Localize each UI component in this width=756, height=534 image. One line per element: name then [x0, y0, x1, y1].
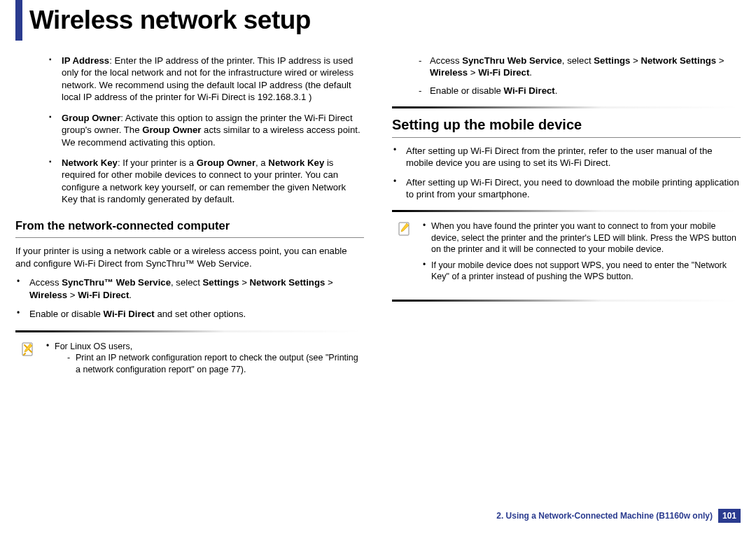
- text: >: [67, 290, 78, 300]
- title-bar: Wireless network setup: [15, 0, 741, 41]
- list-item: After setting up Wi-Fi Direct, you need …: [392, 176, 741, 201]
- list-item: Network Key: If your printer is a Group …: [43, 157, 364, 206]
- inline-bold: SyncThru™ Web Service: [62, 277, 171, 288]
- term-label: Group Owner: [62, 113, 120, 123]
- divider: [392, 137, 741, 138]
- note-content: When you have found the printer you want…: [419, 220, 738, 287]
- list-item: After setting up Wi-Fi Direct from the p…: [392, 145, 741, 169]
- text: For Linux OS users,: [55, 342, 132, 351]
- divider: [15, 237, 364, 238]
- note-box: When you have found the printer you want…: [392, 218, 741, 290]
- note-box: For Linux OS users, Print an IP network …: [15, 338, 364, 383]
- text: >: [716, 55, 724, 66]
- section-heading: Setting up the mobile device: [392, 115, 741, 134]
- term-text: : If your printer is a: [118, 157, 197, 168]
- gradient-divider: [392, 300, 741, 302]
- text: and set other options.: [155, 309, 246, 319]
- inline-bold: SyncThru Web Service: [462, 55, 562, 66]
- text: When you have found the printer you want…: [431, 221, 736, 254]
- list-item: Access SyncThru Web Service, select Sett…: [413, 55, 741, 79]
- text: After setting up Wi-Fi Direct, you need …: [406, 177, 739, 199]
- right-column: Access SyncThru Web Service, select Sett…: [392, 55, 741, 394]
- inline-bold: Wi-Fi Direct: [78, 290, 129, 300]
- left-column: IP Address: Enter the IP address of the …: [15, 55, 364, 394]
- inline-bold: Wireless: [430, 67, 468, 78]
- list-item: If your mobile device does not support W…: [419, 260, 738, 283]
- chapter-label: 2. Using a Network-Connected Machine (B1…: [496, 511, 713, 521]
- text: >: [468, 67, 478, 78]
- bullet-list: After setting up Wi-Fi Direct from the p…: [392, 145, 741, 201]
- paragraph: If your printer is using a network cable…: [15, 245, 364, 269]
- inline-bold: Settings: [203, 277, 239, 288]
- list-item: Print an IP network configuration report…: [62, 352, 361, 375]
- note-icon: [398, 220, 412, 237]
- note-bullets: For Linux OS users, Print an IP network …: [42, 341, 361, 376]
- dash-list: Access SyncThru Web Service, select Sett…: [392, 55, 741, 97]
- text: .: [529, 67, 532, 78]
- note-icon: [21, 341, 35, 358]
- note-dash-list: Print an IP network configuration report…: [55, 352, 361, 375]
- inline-bold: Group Owner: [197, 157, 255, 168]
- inline-bold: Network Settings: [640, 55, 716, 66]
- text: >: [239, 277, 250, 288]
- note-bullets: When you have found the printer you want…: [419, 220, 738, 283]
- list-item: Enable or disable Wi-Fi Direct.: [413, 85, 741, 97]
- text: .: [129, 290, 132, 300]
- list-item: Enable or disable Wi-Fi Direct and set o…: [15, 308, 364, 320]
- section-heading: From the network-connected computer: [15, 218, 364, 234]
- text: Access: [29, 277, 62, 288]
- inline-bold: Wi-Fi Direct: [504, 85, 555, 96]
- inline-bold: Network Settings: [250, 277, 326, 288]
- term-text: , a: [255, 157, 268, 168]
- note-content: For Linux OS users, Print an IP network …: [42, 341, 361, 380]
- text: .: [555, 85, 558, 96]
- content-columns: IP Address: Enter the IP address of the …: [15, 55, 741, 394]
- term-label: Network Key: [62, 157, 118, 168]
- definition-list: IP Address: Enter the IP address of the …: [15, 55, 364, 206]
- list-item: Group Owner: Activate this option to ass…: [43, 112, 364, 148]
- text: , select: [562, 55, 594, 66]
- text: >: [630, 55, 640, 66]
- list-item: When you have found the printer you want…: [419, 220, 738, 255]
- page-number: 101: [718, 509, 741, 523]
- step-list: Access SyncThru™ Web Service, select Set…: [15, 276, 364, 320]
- inline-bold: Group Owner: [142, 125, 201, 135]
- text: Enable or disable: [430, 85, 504, 96]
- list-item: Access SyncThru™ Web Service, select Set…: [15, 276, 364, 301]
- text: Access: [430, 55, 462, 66]
- text: , select: [171, 277, 202, 288]
- text: >: [325, 277, 332, 288]
- term-label: IP Address: [62, 55, 109, 66]
- text: Enable or disable: [29, 309, 104, 319]
- inline-bold: Wireless: [29, 290, 67, 300]
- text: After setting up Wi-Fi Direct from the p…: [406, 146, 713, 168]
- list-item: IP Address: Enter the IP address of the …: [43, 55, 364, 104]
- inline-bold: Wi-Fi Direct: [104, 309, 155, 319]
- inline-bold: Settings: [594, 55, 630, 66]
- page-footer: 2. Using a Network-Connected Machine (B1…: [496, 509, 741, 523]
- text: Print an IP network configuration report…: [76, 353, 358, 374]
- continued-list: Access SyncThru Web Service, select Sett…: [392, 55, 741, 97]
- gradient-divider: [15, 330, 364, 332]
- inline-bold: Wi-Fi Direct: [478, 67, 529, 78]
- title-accent-block: [15, 0, 22, 41]
- list-item: For Linux OS users, Print an IP network …: [42, 341, 361, 376]
- text: If your mobile device does not support W…: [431, 260, 727, 282]
- inline-bold: Network Key: [268, 157, 324, 168]
- document-page: Wireless network setup IP Address: Enter…: [0, 0, 756, 534]
- gradient-divider: [392, 106, 741, 108]
- gradient-divider: [392, 210, 741, 212]
- page-title: Wireless network setup: [29, 6, 311, 35]
